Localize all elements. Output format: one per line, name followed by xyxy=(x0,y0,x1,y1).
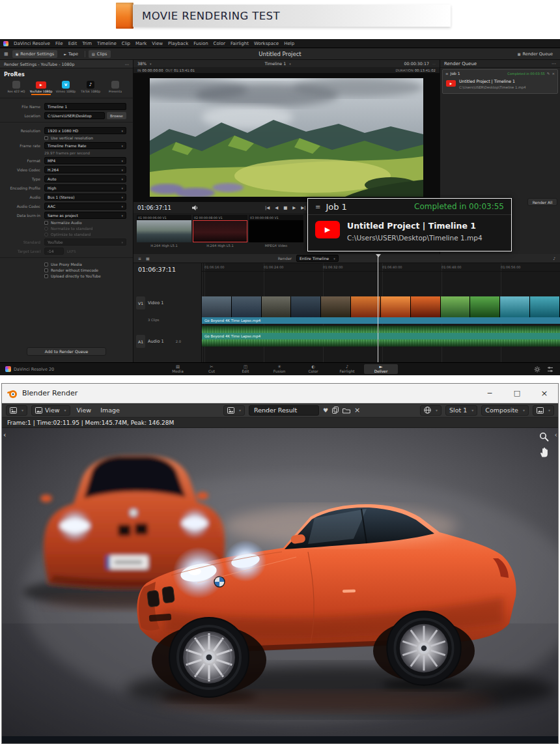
editor-type-dropdown[interactable]: ▾ xyxy=(6,405,27,416)
encoding-profile-select[interactable]: High▾ xyxy=(44,184,126,192)
audio-codec-select[interactable]: AAC▾ xyxy=(44,203,126,210)
play-button[interactable]: ▶ xyxy=(292,205,296,210)
target-level-input[interactable]: -14 xyxy=(44,248,64,255)
add-to-render-queue-button[interactable]: Add to Render Queue xyxy=(27,347,106,356)
burn-in-select[interactable]: Same as project▾ xyxy=(44,212,126,219)
preset-youtube[interactable]: ▶ YouTube 1080p xyxy=(29,79,53,95)
menu-app[interactable]: DaVinci Resolve xyxy=(14,41,50,46)
settings-gear-icon[interactable] xyxy=(534,366,540,373)
render-queue-button[interactable]: ▦ Render Queue xyxy=(514,50,556,58)
pan-hand-icon[interactable] xyxy=(539,446,550,461)
stop-button[interactable]: ■ xyxy=(283,205,287,210)
clip-1[interactable]: 01 00:00:06:00 V1 H.264 High L5.1 xyxy=(137,215,191,249)
playhead[interactable] xyxy=(378,254,378,362)
optimize-standard-radio[interactable] xyxy=(44,233,48,236)
menu-workspace[interactable]: Workspace xyxy=(254,41,279,46)
normalize-audio-checkbox[interactable] xyxy=(44,221,48,225)
location-input[interactable]: C:\Users\USER\Desktop xyxy=(44,112,105,119)
preset-tiktok[interactable]: ♪ TikTok 1080p xyxy=(78,79,103,95)
audio-track-header[interactable]: A1 Audio 1 2.0 xyxy=(136,335,181,348)
tab-fusion[interactable]: ✳Fusion xyxy=(262,364,296,374)
menu-clip[interactable]: Clip xyxy=(122,41,130,46)
queue-options-icon[interactable]: ⋯ xyxy=(552,61,556,66)
tab-edit[interactable]: ◫Edit xyxy=(229,364,262,374)
skip-start-button[interactable]: |◀ xyxy=(265,205,270,210)
panel-options-icon[interactable]: ⋯ xyxy=(125,62,129,66)
clips-toggle[interactable]: ▤ Clips xyxy=(89,50,110,58)
tab-deliver[interactable]: ►Deliver xyxy=(364,364,398,374)
audio-monitor-icon[interactable]: ♪ xyxy=(553,256,555,261)
open-image-icon[interactable] xyxy=(343,407,350,414)
render-without-timecode-checkbox[interactable] xyxy=(44,268,48,272)
blender-titlebar[interactable]: Blender Render ─ □ × xyxy=(2,384,558,403)
display-channels-dropdown[interactable]: ▾ xyxy=(533,405,554,416)
normalize-standard-radio[interactable] xyxy=(44,227,48,231)
tape-button[interactable]: ► Tape xyxy=(61,50,81,58)
timeline-options-icon[interactable]: ≡ xyxy=(138,256,141,261)
menu-view[interactable]: View xyxy=(74,407,94,414)
maximize-button[interactable]: □ xyxy=(503,384,531,403)
audio-clip-name-bar[interactable]: Go Beyond 4K Time Lapse.mp4 xyxy=(202,333,560,339)
zoom-select[interactable]: 38% ▾ xyxy=(137,61,152,66)
menu-help[interactable]: Help xyxy=(284,41,294,46)
use-proxy-checkbox[interactable] xyxy=(44,263,48,266)
audio-select[interactable]: Bus 1 (Stereo)▾ xyxy=(44,193,126,201)
pass-select[interactable]: Composite ▾ xyxy=(481,405,529,416)
play-reverse-button[interactable]: ◀ xyxy=(275,205,278,210)
preset-vimeo[interactable]: v Vimeo 1080p xyxy=(53,79,78,95)
format-select[interactable]: MP4▾ xyxy=(44,157,126,164)
video-track-header[interactable]: V1 Video 1 xyxy=(136,296,163,309)
timeline-tracks-area[interactable]: 01:06:16:00 01:06:24:00 01:06:32:00 01:0… xyxy=(202,263,560,362)
skip-end-button[interactable]: ▶| xyxy=(301,205,305,210)
clip-2[interactable]: 02 00:00:08:00 V1 H.264 High L5.1 xyxy=(193,215,247,249)
panel-toggle-icon[interactable]: ▦ xyxy=(4,51,8,57)
browse-button[interactable]: Browse xyxy=(107,112,126,119)
menu-color[interactable]: Color xyxy=(214,41,225,46)
view-mode-dropdown[interactable]: View ▾ xyxy=(31,405,70,416)
image-name-field[interactable]: Render Result xyxy=(249,405,319,416)
browse-image-dropdown[interactable]: ▾ xyxy=(223,405,245,416)
preset-presentation[interactable]: Presenta xyxy=(103,79,128,95)
resolution-select[interactable]: 1920 x 1080 HD▾ xyxy=(44,127,126,134)
render-scope-select[interactable]: Entire Timeline ▾ xyxy=(296,255,339,262)
view-transform-dropdown[interactable]: ▾ xyxy=(420,405,441,416)
render-all-button[interactable]: Render All xyxy=(527,198,557,206)
menu-file[interactable]: File xyxy=(55,41,63,46)
menu-mark[interactable]: Mark xyxy=(135,41,147,46)
speaker-icon[interactable] xyxy=(192,205,199,210)
upload-youtube-checkbox[interactable] xyxy=(44,274,48,278)
sidebar-toggle-right-icon[interactable]: ‹ xyxy=(555,431,557,439)
menu-edit[interactable]: Edit xyxy=(68,41,77,46)
video-clip-name-bar[interactable]: Go Beyond 4K Time Lapse.mp4 xyxy=(202,317,560,324)
render-viewport[interactable]: ‹ ‹ xyxy=(2,428,558,736)
tab-media[interactable]: ▤Media xyxy=(161,364,195,374)
menu-image[interactable]: Image xyxy=(98,407,122,414)
timeline-select[interactable]: Timeline 1 ▾ xyxy=(264,61,290,66)
minimize-button[interactable]: ─ xyxy=(476,384,503,403)
menu-timeline[interactable]: Timeline xyxy=(97,41,117,46)
sliders-icon[interactable] xyxy=(547,366,553,373)
menu-playback[interactable]: Playback xyxy=(168,41,188,46)
viewer-stage[interactable] xyxy=(133,74,440,201)
video-codec-select[interactable]: H.264▾ xyxy=(44,166,126,173)
video-clip[interactable] xyxy=(202,296,560,317)
timeline-ruler[interactable]: 01:06:16:00 01:06:24:00 01:06:32:00 01:0… xyxy=(202,263,560,272)
job-edit-icon[interactable]: ✎ xyxy=(547,72,550,76)
type-select[interactable]: Auto▾ xyxy=(44,175,126,182)
menu-fairlight[interactable]: Fairlight xyxy=(231,41,249,46)
render-settings-button[interactable]: ▣ Render Settings xyxy=(12,50,58,58)
menu-trim[interactable]: Trim xyxy=(82,41,92,46)
slot-select[interactable]: Slot 1 ▾ xyxy=(445,405,477,416)
close-button[interactable]: × xyxy=(531,384,558,403)
render-job-card[interactable]: ≡ Job 1 Completed in 00:03:55 ✎ × ▶ Unti… xyxy=(442,69,558,94)
clip-3[interactable]: 03 00:00:08:00 V1 MPEG4 Video xyxy=(249,215,303,249)
menu-view[interactable]: View xyxy=(152,41,163,46)
standard-select[interactable]: YouTube▾ xyxy=(44,238,126,246)
tab-color[interactable]: ◐Color xyxy=(296,364,330,374)
zoom-tool-icon[interactable] xyxy=(539,432,549,444)
unlink-icon[interactable]: × xyxy=(354,406,360,414)
tab-fairlight[interactable]: ♪Fairlight xyxy=(330,364,364,374)
menu-fusion[interactable]: Fusion xyxy=(193,41,208,46)
vertical-resolution-checkbox[interactable] xyxy=(44,136,48,140)
duplicate-icon[interactable] xyxy=(332,407,339,414)
